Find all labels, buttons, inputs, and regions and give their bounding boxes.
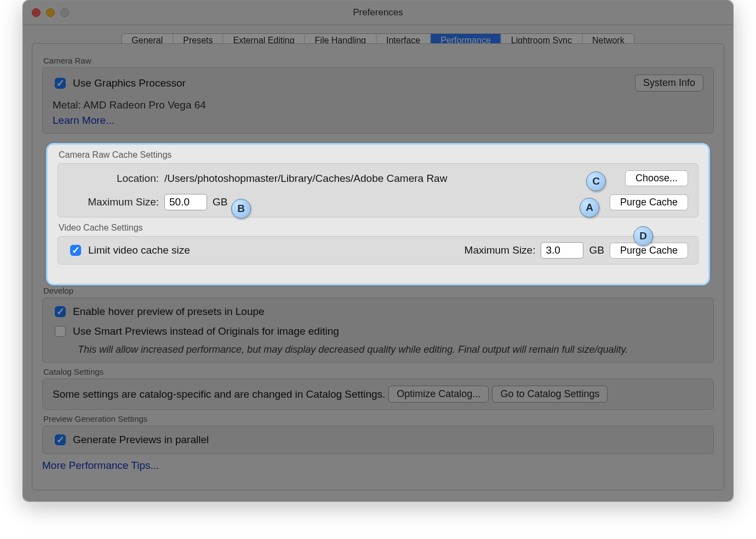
window-title: Preferences <box>23 1 733 25</box>
marker-b: B <box>231 199 251 219</box>
zoom-icon[interactable] <box>60 8 69 17</box>
preview-gen-group: Generate Previews in parallel <box>42 426 714 454</box>
catalog-title: Catalog Settings <box>43 367 714 376</box>
video-max-size-label: Maximum Size: <box>465 244 536 256</box>
hover-preview-checkbox[interactable] <box>55 306 66 317</box>
smart-previews-checkbox[interactable] <box>55 326 66 337</box>
generate-parallel-label: Generate Previews in parallel <box>73 434 209 446</box>
video-cache-title: Video Cache Settings <box>59 223 698 233</box>
cache-group: Location: /Users/photoshopmaster/Library… <box>58 163 698 217</box>
purge-cache-button[interactable]: Purge Cache <box>610 194 688 210</box>
hover-preview-label: Enable hover preview of presets in Loupe <box>73 306 265 318</box>
video-max-size-input[interactable] <box>541 242 583 259</box>
catalog-group: Some settings are catalog-specific and a… <box>42 379 714 410</box>
camera-raw-group: Use Graphics Processor System Info Metal… <box>42 67 714 134</box>
purge-video-cache-button[interactable]: Purge Cache <box>610 243 688 259</box>
titlebar: Preferences <box>23 1 733 25</box>
limit-video-cache-checkbox[interactable] <box>70 245 81 256</box>
marker-a: A <box>580 198 599 217</box>
video-cache-group: Limit video cache size Maximum Size: GB … <box>58 236 698 265</box>
limit-video-cache-label: Limit video cache size <box>88 244 190 256</box>
cache-title: Camera Raw Cache Settings <box>59 150 698 160</box>
gpu-info: Metal: AMD Radeon Pro Vega 64 <box>53 99 703 111</box>
cache-unit: GB <box>213 196 227 208</box>
marker-d: D <box>633 226 653 246</box>
cache-max-size-label: Maximum Size: <box>68 196 159 208</box>
preferences-window: Preferences General Presets External Edi… <box>22 0 734 502</box>
cache-max-size-input[interactable] <box>164 194 207 210</box>
choose-location-button[interactable]: Choose... <box>625 170 688 186</box>
use-gpu-checkbox[interactable] <box>55 78 66 89</box>
marker-c: C <box>586 171 606 191</box>
close-icon[interactable] <box>32 8 41 17</box>
develop-title: Develop <box>43 286 714 295</box>
goto-catalog-settings-button[interactable]: Go to Catalog Settings <box>492 386 608 403</box>
cache-location-value: /Users/photoshopmaster/Library/Caches/Ad… <box>164 173 447 185</box>
camera-raw-title: Camera Raw <box>43 56 714 65</box>
minimize-icon[interactable] <box>46 8 55 17</box>
generate-parallel-checkbox[interactable] <box>55 434 66 445</box>
optimize-catalog-button[interactable]: Optimize Catalog... <box>388 386 489 403</box>
window-controls <box>32 8 69 17</box>
learn-more-link[interactable]: Learn More... <box>53 114 703 127</box>
more-performance-tips-link[interactable]: More Performance Tips... <box>42 460 159 471</box>
cache-location-label: Location: <box>68 173 159 185</box>
video-unit: GB <box>589 244 604 256</box>
use-gpu-label: Use Graphics Processor <box>73 77 186 89</box>
highlight-region: Camera Raw Cache Settings Location: /Use… <box>46 143 710 285</box>
develop-group: Enable hover preview of presets in Loupe… <box>42 297 714 363</box>
smart-previews-note: This will allow increased performance, b… <box>78 344 703 355</box>
preview-gen-title: Preview Generation Settings <box>43 414 714 423</box>
catalog-text: Some settings are catalog-specific and a… <box>53 388 385 400</box>
smart-previews-label: Use Smart Previews instead of Originals … <box>73 325 339 337</box>
system-info-button[interactable]: System Info <box>635 74 703 91</box>
